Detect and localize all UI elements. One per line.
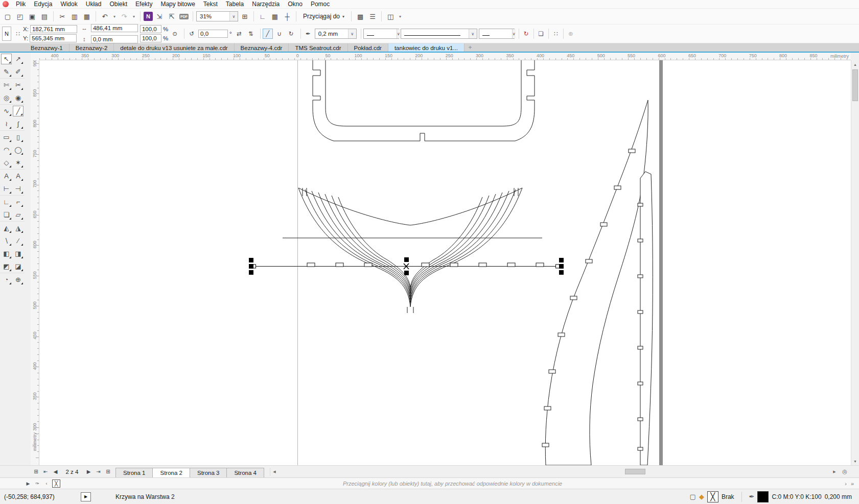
- show-guidelines-toggle[interactable]: ┼: [282, 11, 293, 22]
- scroll-right-button[interactable]: ▶: [830, 468, 839, 476]
- mirror-vertical-button[interactable]: ⇅: [246, 29, 256, 39]
- outline-color-swatch[interactable]: [757, 491, 769, 502]
- snap-to-dropdown[interactable]: Przyciągaj do ▾: [299, 11, 348, 22]
- open-button[interactable]: ◰: [14, 11, 26, 22]
- page-tab-strona-1[interactable]: Strona 1: [115, 468, 153, 477]
- palette-scroll-right-button[interactable]: ›: [845, 481, 847, 487]
- palette-more-button[interactable]: »: [851, 481, 854, 487]
- object-details-button[interactable]: ▶: [81, 492, 91, 501]
- smart-fill-tool-flyout-icon[interactable]: ⊕: [13, 274, 24, 285]
- connector-tool-icon[interactable]: ∟: [1, 197, 12, 207]
- y-position-field[interactable]: 565,345 mm: [30, 34, 77, 42]
- copy-button[interactable]: ▥: [69, 11, 80, 22]
- combo-arrow-icon[interactable]: ∨: [469, 29, 477, 38]
- interactive-fill-tool-icon[interactable]: ◩: [1, 261, 12, 272]
- menu-tabela[interactable]: Tabela: [222, 0, 248, 8]
- combo-arrow-icon[interactable]: ∨: [229, 12, 238, 21]
- add-page-button[interactable]: ⊞: [104, 467, 112, 476]
- navigator-button[interactable]: ◎: [840, 467, 850, 476]
- document-tab-beznazwy-1[interactable]: Beznazwy-1: [25, 43, 69, 52]
- paste-button[interactable]: ▦: [81, 11, 92, 22]
- polygon-tool-icon[interactable]: ◇: [1, 157, 12, 168]
- scale-y-field[interactable]: 100,0: [140, 34, 161, 42]
- lock-ratio-toggle[interactable]: ⊙: [170, 29, 180, 39]
- menu-widok[interactable]: Widok: [56, 0, 81, 8]
- import-button[interactable]: ⇲: [154, 11, 165, 22]
- document-tab-beznazwy-2[interactable]: Beznazwy-2: [69, 43, 114, 52]
- zoom-level-combo[interactable]: 31% ∨: [196, 11, 238, 21]
- origin-selector-icon[interactable]: ∷: [13, 29, 23, 39]
- order-button[interactable]: ❏: [536, 29, 546, 39]
- page-tab-strona-4[interactable]: Strona 4: [226, 468, 264, 477]
- horizontal-scroll-thumb[interactable]: [625, 469, 645, 474]
- palette-scroll-left-button[interactable]: ‹: [43, 480, 50, 487]
- vertical-scroll-thumb[interactable]: [852, 69, 858, 101]
- artistic-media-tool-icon[interactable]: ≀: [1, 118, 12, 129]
- document-tab-beznazwy-4-cdr[interactable]: Beznazwy-4.cdr: [235, 43, 289, 52]
- no-color-swatch[interactable]: ╳: [52, 479, 60, 488]
- document-tab-tms-seatrout-cdr[interactable]: TMS Seatrout.cdr: [289, 43, 347, 52]
- connector-tool-flyout-icon[interactable]: ⌐: [13, 197, 24, 207]
- proof-settings-button[interactable]: ☰: [367, 11, 378, 22]
- menu-mapy-bitowe[interactable]: Mapy bitowe: [156, 0, 199, 8]
- smart-fill-tool-icon[interactable]: ◔: [1, 274, 12, 285]
- convert-to-line-button[interactable]: ╱: [263, 29, 273, 39]
- menu-plik[interactable]: Plik: [12, 0, 30, 8]
- print-button[interactable]: ▤: [39, 11, 50, 22]
- previous-page-button[interactable]: ◀: [51, 467, 60, 476]
- zoom-tool-icon[interactable]: ◎: [1, 92, 12, 103]
- color-settings-icon[interactable]: ▢: [690, 493, 696, 500]
- object-width-field[interactable]: 486,41 mm: [91, 24, 138, 32]
- pick-tool-icon[interactable]: ↖: [1, 54, 12, 64]
- horizontal-ruler[interactable]: milimetry 400350300250200150100500501001…: [39, 53, 851, 60]
- menu-narzędzia[interactable]: Narzędzia: [248, 0, 284, 8]
- transparency-tool-flyout-icon[interactable]: ◮: [13, 223, 24, 233]
- image-adjust-button[interactable]: ▩: [355, 11, 366, 22]
- combo-arrow-icon[interactable]: ∨: [397, 29, 400, 38]
- menu-edycja[interactable]: Edycja: [30, 0, 56, 8]
- palette-eyedropper-icon[interactable]: ✑: [34, 480, 41, 487]
- rectangle-tool-icon[interactable]: ▭: [1, 132, 12, 142]
- start-arrowhead-combo[interactable]: ∨: [363, 29, 399, 39]
- shape-tool-flyout-icon[interactable]: ✐: [13, 66, 24, 77]
- fill-tool-flyout-icon[interactable]: ◨: [13, 248, 24, 259]
- undo-dropdown-icon[interactable]: ▾: [111, 11, 118, 22]
- scroll-up-button[interactable]: ▲: [851, 60, 859, 68]
- document-tab-detale-do-druku-v13-usuniete-za-małe-cdr[interactable]: detale do druku v13 usuniete za małe.cdr: [114, 43, 234, 52]
- end-arrowhead-combo[interactable]: ∨: [479, 29, 515, 39]
- fill-tool-icon[interactable]: ◧: [1, 248, 12, 259]
- text-tool-flyout-icon[interactable]: A: [13, 171, 24, 181]
- pick-tool-flyout-icon[interactable]: ↗: [13, 54, 24, 64]
- menu-okno[interactable]: Okno: [284, 0, 307, 8]
- menu-efekty[interactable]: Efekty: [131, 0, 156, 8]
- mirror-horizontal-button[interactable]: ⇄: [234, 29, 244, 39]
- first-page-button[interactable]: ⇤: [41, 467, 50, 476]
- dimension-tool-icon[interactable]: ⊢: [1, 183, 12, 194]
- document-tab-tankowiec-do-druku-v1[interactable]: tankowiec do druku v1...: [388, 43, 465, 52]
- page-tab-strona-3[interactable]: Strona 3: [190, 468, 227, 477]
- last-page-button[interactable]: ⇥: [94, 467, 103, 476]
- fullscreen-preview-button[interactable]: ⊞: [239, 11, 250, 22]
- scale-x-field[interactable]: 100,0: [140, 25, 161, 33]
- app-icon[interactable]: [3, 1, 9, 7]
- page-tab-strona-2[interactable]: Strona 2: [152, 468, 190, 477]
- palette-flyout-button[interactable]: ▶: [25, 480, 32, 487]
- vertical-ruler[interactable]: milimetry 900850800750700650600550500450…: [31, 60, 39, 465]
- convert-to-curve-button[interactable]: ∪: [274, 29, 285, 39]
- new-document-button[interactable]: ▢: [2, 11, 13, 22]
- text-tool-icon[interactable]: A: [1, 171, 12, 181]
- outline-style-combo[interactable]: ∨: [401, 29, 477, 39]
- add-perspective-button[interactable]: ⊕: [566, 29, 576, 39]
- close-curve-button[interactable]: ↻: [521, 29, 531, 39]
- curve-tool-flyout-icon[interactable]: ╱: [13, 106, 24, 116]
- smooth-node-button[interactable]: ↻: [286, 29, 296, 39]
- rectangle-tool-flyout-icon[interactable]: ▯: [13, 132, 24, 142]
- zoom-tool-flyout-icon[interactable]: ◉: [13, 92, 24, 103]
- polygon-tool-flyout-icon[interactable]: ✶: [13, 157, 24, 168]
- menu-pomoc[interactable]: Pomoc: [307, 0, 334, 8]
- interactive-fill-tool-flyout-icon[interactable]: ◪: [13, 261, 24, 272]
- publish-pdf-button[interactable]: PDF: [179, 14, 189, 19]
- document-tab-pokład-cdr[interactable]: Pokład.cdr: [348, 43, 388, 52]
- artistic-media-tool-flyout-icon[interactable]: ʃ: [13, 118, 24, 129]
- horizontal-scrollbar[interactable]: ◀ ▶: [270, 468, 839, 476]
